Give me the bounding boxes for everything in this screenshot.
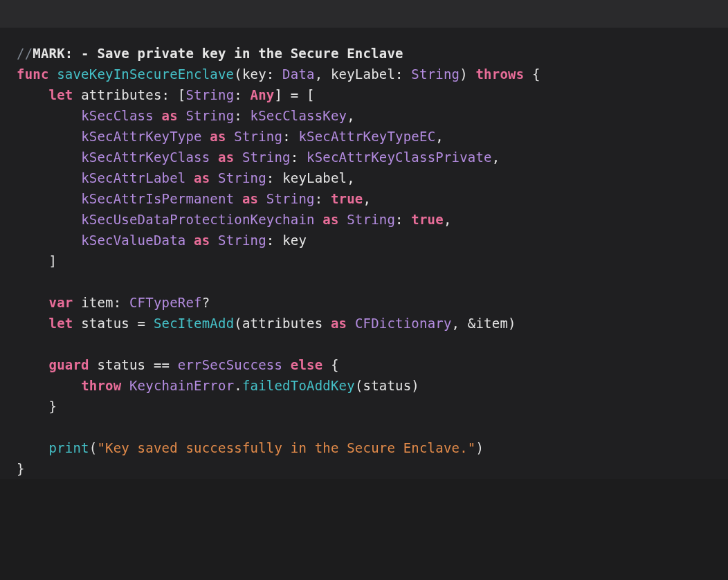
code-line: }: [17, 461, 25, 476]
code-line: //MARK: - Save private key in the Secure…: [17, 46, 403, 61]
code-line: }: [17, 399, 57, 414]
code-line: func saveKeyInSecureEnclave(key: Data, k…: [17, 66, 540, 82]
code-line: ]: [17, 253, 57, 269]
code-line: let status = SecItemAdd(attributes as CF…: [17, 316, 516, 331]
code-line: guard status == errSecSuccess else {: [17, 357, 339, 372]
code-line: kSecAttrKeyType as String: kSecAttrKeyTy…: [17, 129, 444, 144]
code-line: throw KeychainError.failedToAddKey(statu…: [17, 378, 419, 393]
code-line: kSecAttrIsPermanent as String: true,: [17, 191, 371, 206]
comment: //MARK: - Save private key in the Secure…: [17, 46, 403, 61]
code-line: kSecUseDataProtectionKeychain as String:…: [17, 212, 452, 227]
code-editor[interactable]: //MARK: - Save private key in the Secure…: [0, 28, 728, 479]
code-line: print("Key saved successfully in the Sec…: [17, 440, 484, 455]
code-line: kSecAttrKeyClass as String: kSecAttrKeyC…: [17, 149, 500, 165]
code-line: kSecClass as String: kSecClassKey,: [17, 108, 355, 123]
editor-topbar: [0, 0, 728, 28]
code-line: kSecValueData as String: key: [17, 233, 307, 248]
code-line: let attributes: [String: Any] = [: [17, 87, 315, 102]
code-line: var item: CFTypeRef?: [17, 295, 210, 310]
code-line: kSecAttrLabel as String: keyLabel,: [17, 170, 355, 185]
